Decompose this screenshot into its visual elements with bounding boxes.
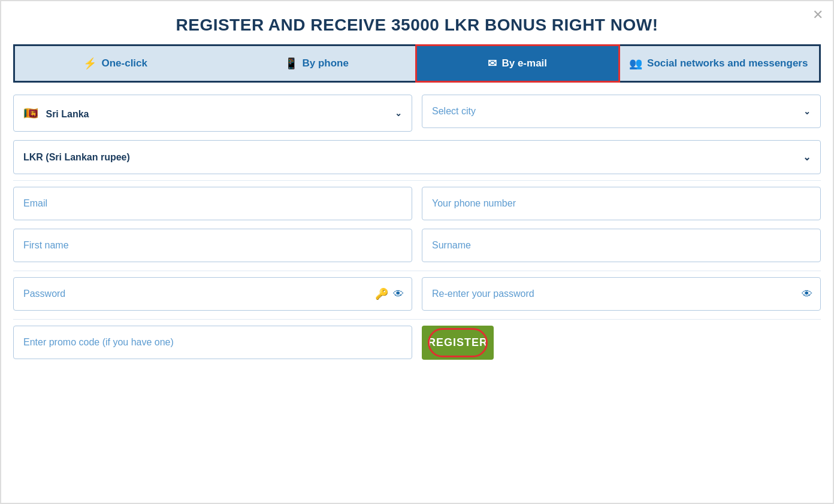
tab-one-click[interactable]: ⚡ One-click (15, 46, 216, 81)
country-display: 🇱🇰 Sri Lanka (23, 106, 89, 120)
password-row: 🔑 👁︎ 👁︎ (13, 277, 821, 311)
tab-one-click-label: One-click (101, 57, 147, 69)
country-city-row: 🇱🇰 Sri Lanka ⌄ Select city ⌄ (13, 95, 821, 132)
separator-1 (13, 180, 821, 181)
password-wrapper: 🔑 👁︎ (13, 277, 412, 311)
page-title: REGISTER AND RECEIVE 35000 LKR BONUS RIG… (1, 1, 833, 44)
country-flag: 🇱🇰 (23, 107, 38, 120)
tab-by-phone[interactable]: 📱 By phone (216, 46, 418, 81)
email-col (13, 187, 412, 220)
currency-value: LKR (Sri Lankan rupee) (23, 152, 130, 163)
key-icon: 🔑 (375, 287, 388, 300)
password-col: 🔑 👁︎ (13, 277, 412, 311)
promo-col (13, 326, 412, 360)
password-icons: 🔑 👁︎ (375, 287, 404, 300)
name-row (13, 229, 821, 262)
promo-input[interactable] (13, 326, 412, 359)
country-value: Sri Lanka (46, 109, 89, 119)
firstname-input[interactable] (13, 229, 412, 262)
city-chevron-icon: ⌄ (803, 107, 811, 116)
social-icon: 👥 (629, 57, 642, 70)
show-repassword-icon[interactable]: 👁︎ (802, 288, 812, 300)
form-area: 🇱🇰 Sri Lanka ⌄ Select city ⌄ LKR (Sri La… (1, 83, 833, 378)
currency-chevron-icon: ⌄ (803, 151, 811, 163)
email-phone-row (13, 187, 821, 220)
tab-by-email-label: By e-mail (501, 57, 547, 69)
email-icon: ✉ (488, 57, 497, 70)
repassword-input[interactable] (422, 277, 821, 311)
tabs-bar: ⚡ One-click 📱 By phone ✉ By e-mail 👥 Soc… (13, 44, 821, 83)
repassword-wrapper: 👁︎ (422, 277, 821, 311)
currency-row: LKR (Sri Lankan rupee) ⌄ (13, 140, 821, 174)
phone-icon: 📱 (285, 57, 298, 70)
country-chevron-icon: ⌄ (395, 108, 402, 118)
show-password-icon[interactable]: 👁︎ (393, 288, 404, 300)
repassword-icons: 👁︎ (802, 288, 812, 300)
country-select[interactable]: 🇱🇰 Sri Lanka ⌄ (13, 95, 412, 132)
tab-by-email[interactable]: ✉ By e-mail (415, 44, 620, 83)
surname-col (422, 229, 821, 262)
repassword-col: 👁︎ (422, 277, 821, 311)
country-col: 🇱🇰 Sri Lanka ⌄ (13, 95, 412, 132)
city-col: Select city ⌄ (422, 95, 821, 132)
tab-by-phone-label: By phone (303, 57, 349, 69)
register-col: REGISTER (422, 326, 821, 360)
tab-social-label: Social networks and messengers (647, 57, 808, 69)
separator-3 (13, 319, 821, 320)
firstname-col (13, 229, 412, 262)
currency-select[interactable]: LKR (Sri Lankan rupee) ⌄ (13, 140, 821, 174)
phone-input[interactable] (422, 187, 821, 220)
phone-col (422, 187, 821, 220)
city-select[interactable]: Select city ⌄ (422, 95, 821, 128)
modal: ✕ REGISTER AND RECEIVE 35000 LKR BONUS R… (0, 0, 834, 504)
email-input[interactable] (13, 187, 412, 220)
promo-register-row: REGISTER (13, 326, 821, 360)
close-button[interactable]: ✕ (812, 7, 823, 23)
register-button[interactable]: REGISTER (422, 326, 494, 360)
city-placeholder: Select city (432, 106, 476, 117)
tab-social[interactable]: 👥 Social networks and messengers (618, 46, 820, 81)
separator-2 (13, 271, 821, 271)
lightning-icon: ⚡ (83, 57, 96, 70)
surname-input[interactable] (422, 229, 821, 262)
password-input[interactable] (13, 277, 412, 311)
